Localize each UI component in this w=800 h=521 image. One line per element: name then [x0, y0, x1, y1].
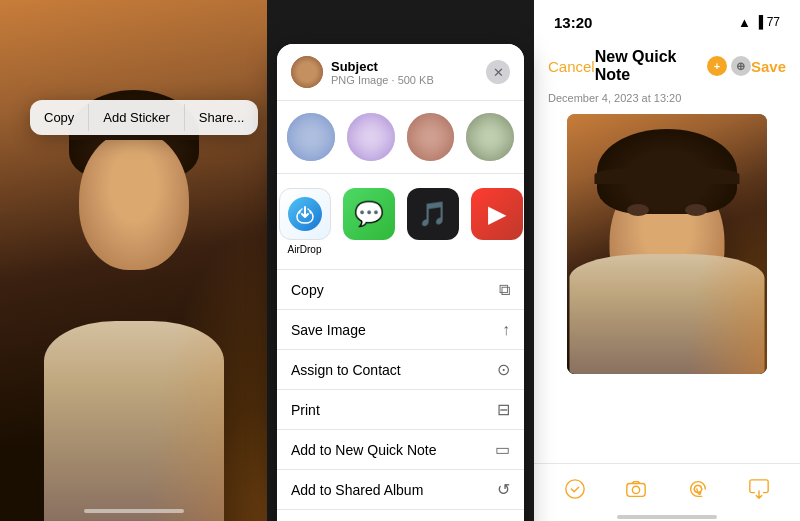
context-menu: Copy Add Sticker Share... — [30, 100, 258, 135]
panel3-battery-icon: ▐ 77 — [755, 15, 780, 29]
toolbar-checklist-button[interactable] — [556, 470, 594, 508]
print-icon: ⊟ — [497, 400, 510, 419]
contact-2[interactable] — [347, 113, 395, 161]
svg-rect-1 — [627, 483, 645, 496]
app-messages[interactable]: 💬 — [343, 188, 395, 240]
airdrop-label: AirDrop — [288, 244, 322, 255]
action-shared-album[interactable]: Add to Shared Album ↺ — [277, 470, 524, 510]
note-icon-2: ⊕ — [731, 56, 751, 76]
action-quick-note[interactable]: Add to New Quick Note ▭ — [277, 430, 524, 470]
panel3-status-icons: ▲ ▐ 77 — [738, 15, 780, 30]
airdrop-symbol — [288, 197, 322, 231]
note-icon-1: + — [707, 56, 727, 76]
context-add-sticker[interactable]: Add Sticker — [89, 104, 184, 131]
action-print[interactable]: Print ⊟ — [277, 390, 524, 430]
svg-point-2 — [633, 486, 640, 493]
contact-4[interactable] — [466, 113, 514, 161]
share-title-block: Subject PNG Image · 500 KB — [331, 59, 434, 86]
save-image-icon: ↑ — [502, 321, 510, 339]
context-copy[interactable]: Copy — [30, 104, 89, 131]
share-subtitle: PNG Image · 500 KB — [331, 74, 434, 86]
action-copy-label: Copy — [291, 282, 324, 298]
save-button[interactable]: Save — [751, 58, 786, 75]
contact-1[interactable] — [287, 113, 335, 161]
action-quick-note-label: Add to New Quick Note — [291, 442, 437, 458]
app-3[interactable]: 🎵 — [407, 188, 459, 240]
contact-icon: ⊙ — [497, 360, 510, 379]
note-title-icons: + ⊕ — [707, 56, 751, 76]
home-indicator — [84, 509, 184, 513]
share-header: Subject PNG Image · 500 KB ✕ — [277, 44, 524, 101]
share-close-button[interactable]: ✕ — [486, 60, 510, 84]
action-copy[interactable]: Copy ⧉ — [277, 270, 524, 310]
action-watch-face[interactable]: Create Watch Face ⊙ — [277, 510, 524, 521]
messages-icon: 💬 — [354, 200, 384, 228]
share-subject: Subject — [331, 59, 434, 74]
action-print-label: Print — [291, 402, 320, 418]
note-title-text: New Quick Note — [595, 48, 701, 84]
toolbar-share-button[interactable] — [740, 470, 778, 508]
share-header-left: Subject PNG Image · 500 KB — [291, 56, 434, 88]
toolbar-mention-button[interactable] — [679, 470, 717, 508]
context-share[interactable]: Share... — [185, 104, 259, 131]
note-header: Cancel New Quick Note + ⊕ Save — [534, 44, 800, 92]
action-assign-contact[interactable]: Assign to Contact ⊙ — [277, 350, 524, 390]
panel3-bottom-bar — [534, 513, 800, 521]
action-save-image[interactable]: Save Image ↑ — [277, 310, 524, 350]
copy-icon: ⧉ — [499, 281, 510, 299]
action-shared-album-label: Add to Shared Album — [291, 482, 423, 498]
photo-background — [0, 0, 267, 521]
panel3-status-time: 13:20 — [554, 14, 592, 31]
toolbar-camera-button[interactable] — [617, 470, 655, 508]
action-save-image-label: Save Image — [291, 322, 366, 338]
quick-note-icon: ▭ — [495, 440, 510, 459]
app3-icon: 🎵 — [418, 200, 448, 228]
app-4[interactable]: ▶ — [471, 188, 523, 240]
app-airdrop[interactable] — [279, 188, 331, 240]
panel1-photo-viewer: Copy Add Sticker Share... — [0, 0, 267, 521]
note-title-area: New Quick Note + ⊕ — [595, 48, 751, 84]
contacts-row — [277, 101, 524, 174]
note-image-area — [534, 114, 800, 463]
share-avatar — [291, 56, 323, 88]
contact-3[interactable] — [407, 113, 455, 161]
note-date: December 4, 2023 at 13:20 — [534, 92, 800, 114]
note-photo — [567, 114, 767, 374]
cancel-button[interactable]: Cancel — [548, 58, 595, 75]
shared-album-icon: ↺ — [497, 480, 510, 499]
panel3-status-bar: 13:20 ▲ ▐ 77 — [534, 0, 800, 44]
apps-row: AirDrop 💬 🎵 ▶ — [277, 174, 524, 270]
panel3-quick-note: 13:20 ▲ ▐ 77 Cancel New Quick Note + ⊕ S… — [534, 0, 800, 521]
home-indicator-3 — [617, 515, 717, 519]
panel3-wifi-icon: ▲ — [738, 15, 751, 30]
share-sheet-panel: Subject PNG Image · 500 KB ✕ — [277, 44, 524, 521]
note-toolbar — [534, 463, 800, 513]
action-list: Copy ⧉ Save Image ↑ Assign to Contact ⊙ … — [277, 270, 524, 521]
app4-icon: ▶ — [488, 200, 506, 228]
svg-point-0 — [566, 479, 584, 497]
panel2-share-sheet: 13:20 ▲ ▐ 77 Subject PNG Image · 500 KB … — [267, 0, 534, 521]
action-assign-label: Assign to Contact — [291, 362, 401, 378]
